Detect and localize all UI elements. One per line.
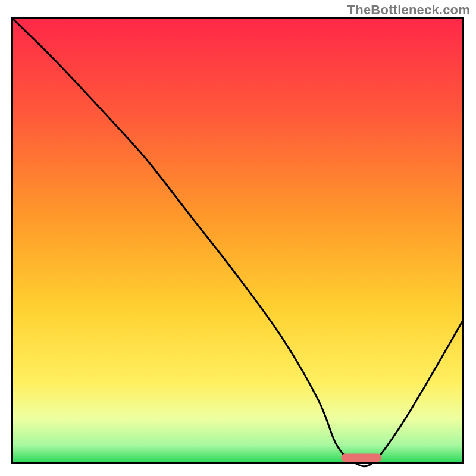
plot-background (12, 18, 463, 463)
bottleneck-chart (0, 0, 476, 476)
plot-area (12, 18, 463, 466)
chart-container: TheBottleneck.com (0, 0, 476, 476)
optimal-marker (341, 454, 381, 462)
watermark-label: TheBottleneck.com (347, 2, 470, 18)
